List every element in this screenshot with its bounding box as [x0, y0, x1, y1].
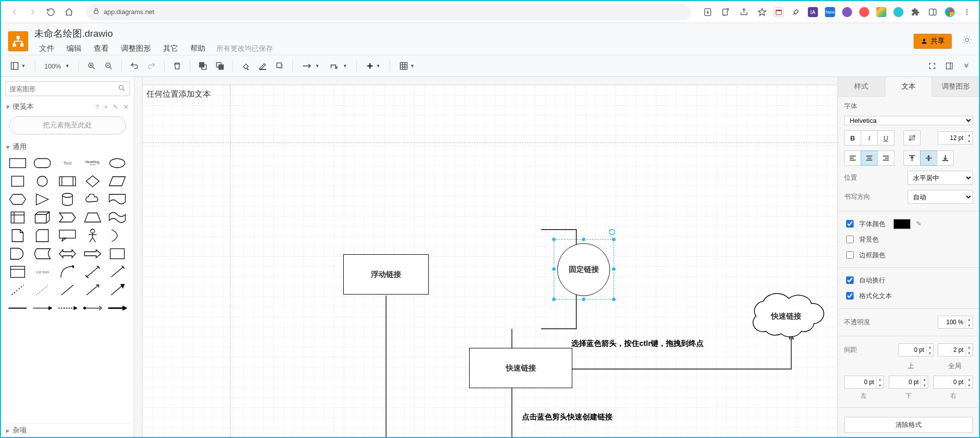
ruler-horizontal[interactable] — [142, 77, 838, 85]
scratchpad-close-icon[interactable]: ✕ — [123, 103, 129, 111]
align-right-button[interactable] — [877, 151, 894, 166]
shape-document[interactable] — [106, 192, 129, 207]
ext-calendar-icon[interactable] — [774, 7, 784, 17]
format-tab-arrange[interactable]: 调整图形 — [932, 77, 979, 96]
shape-heading[interactable]: Heading━━━━ — [81, 156, 104, 171]
shape-step[interactable] — [56, 210, 79, 225]
shape-actor[interactable] — [81, 228, 104, 243]
bold-button[interactable]: B — [844, 130, 861, 145]
bg-color-check[interactable] — [846, 236, 854, 243]
resize-handle-n[interactable] — [581, 237, 586, 242]
to-back-button[interactable] — [212, 58, 228, 74]
shape-quick-link-cloud[interactable]: 快速链接 — [746, 291, 826, 343]
opacity-up[interactable]: ▲ — [965, 316, 972, 322]
page-action-icon[interactable] — [719, 6, 732, 19]
shape-circle[interactable] — [31, 174, 54, 189]
collapse-toggle[interactable] — [959, 58, 974, 74]
scratchpad-edit-icon[interactable]: ✎ — [113, 103, 118, 111]
format-panel-toggle[interactable] — [942, 58, 957, 74]
shape-process[interactable] — [56, 174, 79, 189]
ext-teal-icon[interactable] — [893, 7, 903, 17]
menu-help[interactable]: 帮助 — [185, 42, 210, 55]
resize-handle-sw[interactable] — [552, 297, 556, 302]
ext-red-icon[interactable] — [859, 7, 869, 17]
insert-button[interactable]: ▼ — [362, 58, 385, 74]
shape-connector-1[interactable] — [6, 301, 29, 316]
scratchpad-header[interactable]: ▾ 便笺本 ? + ✎ ✕ — [1, 100, 134, 113]
line-color-button[interactable] — [255, 58, 270, 74]
misc-header[interactable]: ▸ 杂项 — [1, 424, 134, 437]
shape-hexagon[interactable] — [6, 192, 29, 207]
valign-middle-button[interactable] — [920, 151, 937, 166]
menu-view[interactable]: 查看 — [89, 42, 114, 55]
format-tab-text[interactable]: 文本 — [885, 77, 933, 97]
address-bar[interactable]: app.diagrams.net — [86, 4, 691, 20]
shape-bidir-arrow[interactable] — [81, 264, 104, 279]
document-title[interactable]: 未命名绘图.drawio — [34, 27, 914, 40]
ext-picker-icon[interactable] — [791, 7, 801, 17]
position-select[interactable]: 水平居中 — [908, 171, 973, 185]
shape-line-open-arrow[interactable] — [81, 282, 104, 298]
ext-ia-icon[interactable]: IA — [808, 7, 818, 17]
zoom-in-button[interactable] — [84, 58, 99, 74]
clear-format-button[interactable]: 清除格式 — [844, 417, 973, 433]
shape-quick-link-1[interactable]: 快速链接 — [469, 348, 572, 388]
valign-top-button[interactable] — [903, 151, 921, 166]
ruler-vertical[interactable] — [134, 77, 142, 437]
search-shapes-input[interactable] — [5, 81, 130, 96]
align-center-button[interactable] — [861, 151, 878, 166]
font-family-select[interactable]: Helvetica — [844, 116, 973, 125]
shape-triangle[interactable] — [31, 192, 54, 207]
shape-ellipse[interactable] — [106, 156, 129, 171]
side-panel-icon[interactable] — [928, 7, 938, 17]
ext-rainbow-icon[interactable] — [876, 7, 886, 17]
shape-connector-5[interactable] — [106, 301, 129, 316]
menu-extras[interactable]: 其它 — [158, 42, 183, 55]
font-size-up[interactable]: ▲ — [965, 132, 972, 138]
shape-rect2[interactable] — [106, 246, 129, 261]
view-mode-button[interactable]: ▼ — [6, 58, 30, 74]
search-icon[interactable] — [118, 84, 126, 94]
resize-handle-w[interactable] — [552, 267, 556, 271]
shape-note[interactable] — [6, 228, 29, 243]
shape-connector-4[interactable] — [81, 301, 104, 316]
font-color-edit-icon[interactable]: ✎ — [915, 220, 923, 228]
shape-arrow-both[interactable] — [56, 246, 79, 261]
scratchpad-help[interactable]: ? — [95, 103, 99, 111]
theme-toggle-icon[interactable] — [962, 35, 972, 47]
shape-and[interactable] — [6, 246, 29, 261]
valign-bottom-button[interactable] — [937, 151, 954, 166]
share-page-icon[interactable] — [737, 6, 750, 19]
table-button[interactable]: ▼ — [395, 58, 419, 74]
shape-card[interactable] — [31, 228, 54, 243]
nav-home-button[interactable] — [62, 6, 76, 19]
shape-trapezoid[interactable] — [81, 210, 104, 225]
shape-dashed-line[interactable] — [6, 282, 29, 298]
shape-datastorage[interactable] — [31, 246, 54, 261]
shape-callout[interactable] — [56, 228, 79, 243]
bookmark-star-icon[interactable] — [756, 6, 769, 19]
zoom-out-button[interactable] — [101, 58, 116, 74]
resize-handle-s[interactable] — [581, 297, 586, 302]
redo-button[interactable] — [144, 58, 159, 74]
shape-connector-3[interactable] — [56, 301, 79, 316]
font-size-down[interactable]: ▼ — [965, 138, 972, 144]
font-color-check[interactable] — [846, 220, 854, 228]
label-click-hint[interactable]: 点击蓝色剪头快速创建链接 — [522, 412, 613, 422]
italic-button[interactable]: I — [861, 130, 878, 145]
shape-internal-storage[interactable] — [6, 210, 29, 225]
vertical-text-button[interactable] — [903, 130, 921, 145]
nav-forward-button[interactable] — [26, 6, 39, 19]
label-ctrl-hint[interactable]: 选择蓝色箭头，按住ctlr键，拖拽到终点 — [571, 339, 704, 348]
delete-button[interactable] — [170, 58, 185, 74]
general-header[interactable]: ▾ 通用 — [1, 140, 134, 154]
connection-style-button[interactable]: ▼ — [298, 58, 324, 74]
rotate-handle[interactable] — [609, 229, 616, 236]
formatted-text-check[interactable] — [846, 292, 854, 300]
word-wrap-check[interactable] — [846, 276, 854, 284]
format-tab-style[interactable]: 样式 — [838, 77, 885, 96]
shape-float-link[interactable]: 浮动链接 — [343, 254, 429, 295]
shape-cube[interactable] — [31, 210, 54, 225]
fill-color-button[interactable] — [238, 58, 253, 74]
fullscreen-button[interactable] — [925, 58, 940, 74]
